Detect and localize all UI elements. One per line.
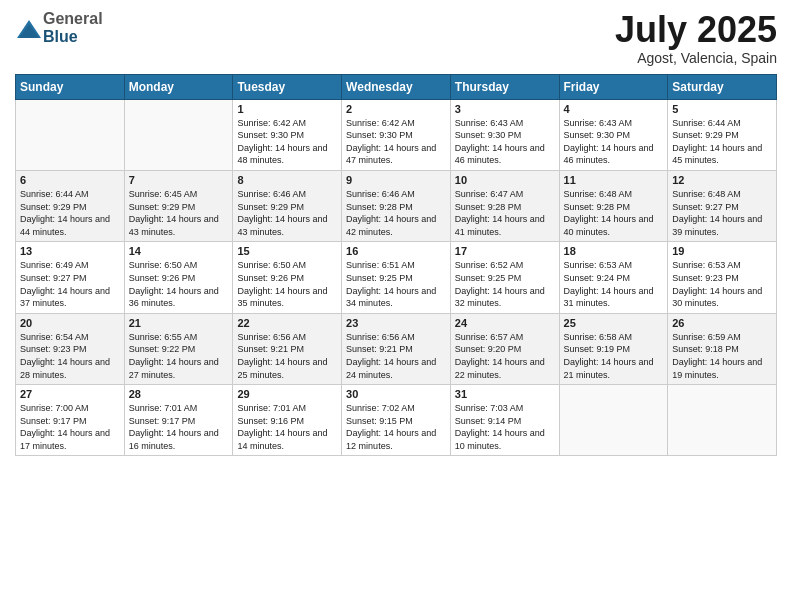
day-info: Sunrise: 6:43 AM Sunset: 9:30 PM Dayligh… [455, 117, 555, 167]
page-header: General Blue July 2025 Agost, Valencia, … [15, 10, 777, 66]
day-number: 20 [20, 317, 120, 329]
calendar-cell: 13Sunrise: 6:49 AM Sunset: 9:27 PM Dayli… [16, 242, 125, 313]
day-number: 21 [129, 317, 229, 329]
col-header-thursday: Thursday [450, 74, 559, 99]
calendar-week-5: 27Sunrise: 7:00 AM Sunset: 9:17 PM Dayli… [16, 385, 777, 456]
calendar-cell: 12Sunrise: 6:48 AM Sunset: 9:27 PM Dayli… [668, 170, 777, 241]
day-info: Sunrise: 6:46 AM Sunset: 9:29 PM Dayligh… [237, 188, 337, 238]
calendar-cell: 15Sunrise: 6:50 AM Sunset: 9:26 PM Dayli… [233, 242, 342, 313]
day-info: Sunrise: 6:51 AM Sunset: 9:25 PM Dayligh… [346, 259, 446, 309]
calendar-cell: 16Sunrise: 6:51 AM Sunset: 9:25 PM Dayli… [342, 242, 451, 313]
calendar-cell: 22Sunrise: 6:56 AM Sunset: 9:21 PM Dayli… [233, 313, 342, 384]
day-number: 25 [564, 317, 664, 329]
day-number: 8 [237, 174, 337, 186]
calendar-cell [559, 385, 668, 456]
day-info: Sunrise: 6:42 AM Sunset: 9:30 PM Dayligh… [237, 117, 337, 167]
col-header-monday: Monday [124, 74, 233, 99]
day-info: Sunrise: 6:44 AM Sunset: 9:29 PM Dayligh… [672, 117, 772, 167]
calendar-cell: 29Sunrise: 7:01 AM Sunset: 9:16 PM Dayli… [233, 385, 342, 456]
calendar-cell: 17Sunrise: 6:52 AM Sunset: 9:25 PM Dayli… [450, 242, 559, 313]
day-number: 6 [20, 174, 120, 186]
calendar-cell: 5Sunrise: 6:44 AM Sunset: 9:29 PM Daylig… [668, 99, 777, 170]
calendar-cell: 7Sunrise: 6:45 AM Sunset: 9:29 PM Daylig… [124, 170, 233, 241]
calendar-week-2: 6Sunrise: 6:44 AM Sunset: 9:29 PM Daylig… [16, 170, 777, 241]
calendar-cell: 2Sunrise: 6:42 AM Sunset: 9:30 PM Daylig… [342, 99, 451, 170]
day-number: 23 [346, 317, 446, 329]
day-number: 17 [455, 245, 555, 257]
logo: General Blue [15, 10, 103, 45]
day-number: 24 [455, 317, 555, 329]
day-number: 14 [129, 245, 229, 257]
calendar-cell: 21Sunrise: 6:55 AM Sunset: 9:22 PM Dayli… [124, 313, 233, 384]
day-number: 16 [346, 245, 446, 257]
calendar-cell: 9Sunrise: 6:46 AM Sunset: 9:28 PM Daylig… [342, 170, 451, 241]
calendar-cell: 3Sunrise: 6:43 AM Sunset: 9:30 PM Daylig… [450, 99, 559, 170]
day-info: Sunrise: 6:50 AM Sunset: 9:26 PM Dayligh… [237, 259, 337, 309]
day-number: 28 [129, 388, 229, 400]
day-info: Sunrise: 6:48 AM Sunset: 9:27 PM Dayligh… [672, 188, 772, 238]
col-header-friday: Friday [559, 74, 668, 99]
day-number: 26 [672, 317, 772, 329]
day-number: 7 [129, 174, 229, 186]
day-info: Sunrise: 6:53 AM Sunset: 9:24 PM Dayligh… [564, 259, 664, 309]
day-number: 15 [237, 245, 337, 257]
col-header-sunday: Sunday [16, 74, 125, 99]
month-title: July 2025 [615, 10, 777, 50]
day-info: Sunrise: 6:56 AM Sunset: 9:21 PM Dayligh… [346, 331, 446, 381]
calendar-cell: 18Sunrise: 6:53 AM Sunset: 9:24 PM Dayli… [559, 242, 668, 313]
calendar-cell: 8Sunrise: 6:46 AM Sunset: 9:29 PM Daylig… [233, 170, 342, 241]
location: Agost, Valencia, Spain [615, 50, 777, 66]
day-number: 12 [672, 174, 772, 186]
calendar-cell: 31Sunrise: 7:03 AM Sunset: 9:14 PM Dayli… [450, 385, 559, 456]
calendar-cell: 4Sunrise: 6:43 AM Sunset: 9:30 PM Daylig… [559, 99, 668, 170]
day-info: Sunrise: 6:48 AM Sunset: 9:28 PM Dayligh… [564, 188, 664, 238]
day-info: Sunrise: 6:59 AM Sunset: 9:18 PM Dayligh… [672, 331, 772, 381]
day-number: 3 [455, 103, 555, 115]
calendar-cell: 26Sunrise: 6:59 AM Sunset: 9:18 PM Dayli… [668, 313, 777, 384]
day-number: 22 [237, 317, 337, 329]
day-number: 2 [346, 103, 446, 115]
day-number: 4 [564, 103, 664, 115]
calendar-cell: 1Sunrise: 6:42 AM Sunset: 9:30 PM Daylig… [233, 99, 342, 170]
calendar-week-4: 20Sunrise: 6:54 AM Sunset: 9:23 PM Dayli… [16, 313, 777, 384]
calendar-cell: 11Sunrise: 6:48 AM Sunset: 9:28 PM Dayli… [559, 170, 668, 241]
calendar-header-row: SundayMondayTuesdayWednesdayThursdayFrid… [16, 74, 777, 99]
calendar-table: SundayMondayTuesdayWednesdayThursdayFrid… [15, 74, 777, 457]
day-info: Sunrise: 6:43 AM Sunset: 9:30 PM Dayligh… [564, 117, 664, 167]
day-info: Sunrise: 6:58 AM Sunset: 9:19 PM Dayligh… [564, 331, 664, 381]
day-number: 13 [20, 245, 120, 257]
day-info: Sunrise: 6:50 AM Sunset: 9:26 PM Dayligh… [129, 259, 229, 309]
day-number: 1 [237, 103, 337, 115]
calendar-cell: 23Sunrise: 6:56 AM Sunset: 9:21 PM Dayli… [342, 313, 451, 384]
day-info: Sunrise: 6:49 AM Sunset: 9:27 PM Dayligh… [20, 259, 120, 309]
day-info: Sunrise: 7:01 AM Sunset: 9:16 PM Dayligh… [237, 402, 337, 452]
logo-icon [15, 18, 39, 38]
day-info: Sunrise: 6:53 AM Sunset: 9:23 PM Dayligh… [672, 259, 772, 309]
day-info: Sunrise: 6:46 AM Sunset: 9:28 PM Dayligh… [346, 188, 446, 238]
calendar-week-3: 13Sunrise: 6:49 AM Sunset: 9:27 PM Dayli… [16, 242, 777, 313]
day-info: Sunrise: 6:55 AM Sunset: 9:22 PM Dayligh… [129, 331, 229, 381]
day-info: Sunrise: 7:01 AM Sunset: 9:17 PM Dayligh… [129, 402, 229, 452]
day-info: Sunrise: 6:44 AM Sunset: 9:29 PM Dayligh… [20, 188, 120, 238]
day-number: 5 [672, 103, 772, 115]
day-number: 9 [346, 174, 446, 186]
day-number: 30 [346, 388, 446, 400]
logo-text-blue: Blue [43, 28, 78, 45]
calendar-cell: 19Sunrise: 6:53 AM Sunset: 9:23 PM Dayli… [668, 242, 777, 313]
title-area: July 2025 Agost, Valencia, Spain [615, 10, 777, 66]
calendar-cell: 25Sunrise: 6:58 AM Sunset: 9:19 PM Dayli… [559, 313, 668, 384]
day-info: Sunrise: 6:54 AM Sunset: 9:23 PM Dayligh… [20, 331, 120, 381]
day-number: 31 [455, 388, 555, 400]
calendar-cell: 6Sunrise: 6:44 AM Sunset: 9:29 PM Daylig… [16, 170, 125, 241]
day-number: 19 [672, 245, 772, 257]
logo-text-general: General [43, 10, 103, 27]
day-number: 18 [564, 245, 664, 257]
calendar-cell [124, 99, 233, 170]
day-info: Sunrise: 6:45 AM Sunset: 9:29 PM Dayligh… [129, 188, 229, 238]
calendar-cell: 20Sunrise: 6:54 AM Sunset: 9:23 PM Dayli… [16, 313, 125, 384]
day-info: Sunrise: 7:03 AM Sunset: 9:14 PM Dayligh… [455, 402, 555, 452]
calendar-cell: 24Sunrise: 6:57 AM Sunset: 9:20 PM Dayli… [450, 313, 559, 384]
day-info: Sunrise: 6:47 AM Sunset: 9:28 PM Dayligh… [455, 188, 555, 238]
col-header-tuesday: Tuesday [233, 74, 342, 99]
day-number: 11 [564, 174, 664, 186]
